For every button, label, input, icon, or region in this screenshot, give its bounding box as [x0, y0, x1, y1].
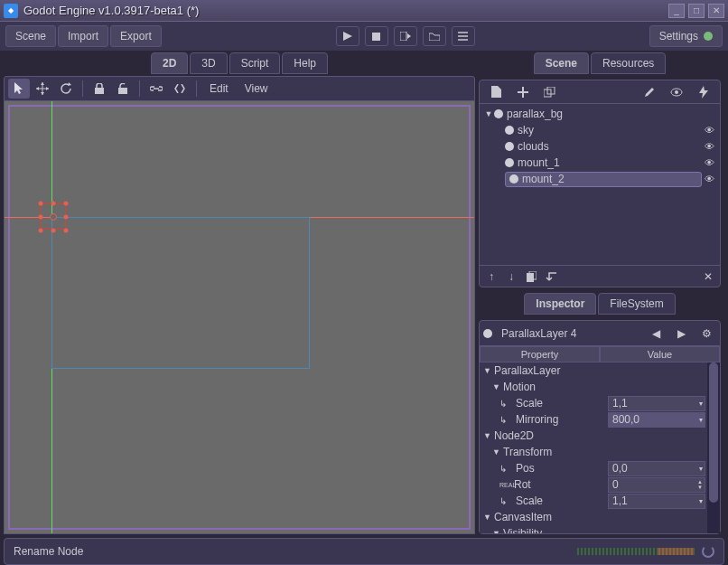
vector2-icon: ↳ — [499, 399, 512, 409]
visibility-icon[interactable]: 👁 — [702, 157, 716, 168]
selection-handle[interactable] — [51, 202, 56, 206]
minimize-button[interactable]: _ — [668, 4, 685, 18]
settings-button[interactable]: Settings — [649, 25, 723, 47]
visibility-icon[interactable]: 👁 — [702, 125, 716, 136]
svg-point-22 — [675, 90, 678, 94]
prop-scale2-value[interactable]: 1,1▾ — [608, 494, 705, 509]
stop-button[interactable] — [365, 26, 388, 46]
prop-rot-value[interactable]: 0▲▼ — [608, 477, 705, 493]
viewport-2d[interactable] — [4, 101, 475, 534]
node-label: mount_2 — [522, 173, 697, 185]
unlock-tool-icon[interactable] — [112, 79, 134, 99]
menu-scene[interactable]: Scene — [5, 25, 56, 47]
scene-tab-bar: Scene Resources — [479, 51, 721, 74]
duplicate-icon[interactable] — [525, 267, 537, 287]
dropdown-icon[interactable]: ▾ — [699, 497, 703, 505]
viewport-view-menu[interactable]: View — [238, 82, 275, 95]
add-node-icon[interactable] — [512, 82, 534, 102]
play-scene-button[interactable] — [394, 26, 417, 46]
delete-node-icon[interactable]: ✕ — [702, 267, 714, 287]
svg-marker-23 — [699, 86, 708, 99]
tree-node-root[interactable]: ▼ parallax_bg — [483, 106, 716, 122]
tree-node-selected[interactable]: mount_2 👁 — [483, 171, 716, 187]
edit-icon[interactable] — [639, 82, 660, 102]
vector2-icon: ↳ — [499, 496, 512, 506]
tree-node[interactable]: sky 👁 — [483, 122, 716, 138]
scrollbar-thumb[interactable] — [709, 363, 718, 503]
code-tool-icon[interactable] — [169, 79, 191, 99]
move-tool-icon[interactable] — [32, 79, 53, 99]
history-forward-icon[interactable]: ▶ — [671, 325, 691, 343]
tab-resources[interactable]: Resources — [591, 52, 666, 74]
spinner-icon[interactable]: ▲▼ — [697, 479, 703, 490]
new-node-icon[interactable] — [485, 82, 507, 102]
node-type-icon — [494, 109, 503, 118]
selection-handle[interactable] — [64, 229, 69, 233]
tab-help[interactable]: Help — [282, 52, 328, 74]
tab-scene[interactable]: Scene — [534, 52, 589, 74]
section-visibility[interactable]: ▼Visibility — [480, 525, 720, 533]
lock-tool-icon[interactable] — [89, 79, 110, 99]
menu-import[interactable]: Import — [58, 25, 108, 47]
expand-icon[interactable]: ▼ — [483, 109, 494, 118]
svg-rect-24 — [527, 273, 534, 282]
tab-inspector[interactable]: Inspector — [524, 293, 596, 315]
section-motion[interactable]: ▼Motion — [480, 379, 720, 395]
signals-icon[interactable] — [693, 82, 714, 102]
prop-scale-value[interactable]: 1,1▾ — [608, 396, 705, 411]
tree-node[interactable]: mount_1 👁 — [483, 155, 716, 171]
history-back-icon[interactable]: ◀ — [646, 325, 666, 343]
instance-icon[interactable] — [539, 82, 561, 102]
open-button[interactable] — [423, 26, 446, 46]
selection-pivot[interactable] — [50, 213, 57, 221]
close-button[interactable]: ✕ — [708, 4, 724, 18]
selection-handle[interactable] — [39, 202, 43, 206]
maximize-button[interactable]: □ — [688, 4, 705, 18]
selection-handle[interactable] — [39, 215, 43, 220]
reparent-icon[interactable] — [545, 267, 557, 287]
tab-script[interactable]: Script — [229, 52, 281, 74]
list-button[interactable] — [452, 26, 475, 46]
dropdown-icon[interactable]: ▾ — [699, 400, 703, 408]
link-tool-icon[interactable] — [145, 79, 167, 99]
node-type-icon — [483, 329, 492, 338]
vector2-icon: ↳ — [499, 464, 512, 474]
performance-meter — [577, 548, 695, 555]
col-value: Value — [600, 346, 720, 363]
viewport-edit-menu[interactable]: Edit — [202, 82, 236, 95]
node-type-icon — [505, 126, 514, 135]
play-button[interactable] — [336, 26, 359, 46]
section-transform[interactable]: ▼Transform — [480, 444, 720, 460]
move-up-icon[interactable]: ↑ — [485, 267, 498, 287]
visibility-icon[interactable]: 👁 — [702, 174, 716, 184]
visibility-toggle-icon[interactable] — [666, 82, 687, 102]
selection-handle[interactable] — [64, 215, 69, 220]
dropdown-icon[interactable]: ▾ — [699, 416, 703, 424]
select-tool-icon[interactable] — [8, 79, 30, 99]
tab-filesystem[interactable]: FileSystem — [598, 293, 675, 315]
rotate-tool-icon[interactable] — [55, 79, 77, 99]
vector2-icon: ↳ — [499, 415, 512, 425]
inspector-scrollbar[interactable] — [707, 363, 720, 533]
inspector-panel: ParallaxLayer 4 ◀ ▶ ⚙ Property Value ▼Pa… — [479, 320, 721, 534]
svg-marker-0 — [343, 32, 352, 41]
prop-mirroring-value[interactable]: 800,0▾ — [608, 412, 705, 428]
prop-pos-value[interactable]: 0,0▾ — [608, 461, 705, 476]
dropdown-icon[interactable]: ▾ — [699, 465, 703, 473]
selection-handle[interactable] — [51, 229, 56, 233]
selection-handle[interactable] — [64, 202, 69, 206]
visibility-icon[interactable]: 👁 — [702, 141, 716, 152]
move-down-icon[interactable]: ↓ — [505, 267, 518, 287]
section-parallaxlayer[interactable]: ▼ParallaxLayer — [480, 363, 720, 379]
scene-tree[interactable]: ▼ parallax_bg sky 👁 clo — [480, 104, 720, 265]
inspector-settings-icon[interactable]: ⚙ — [696, 325, 716, 343]
section-node2d[interactable]: ▼Node2D — [480, 428, 720, 444]
selection-handle[interactable] — [39, 229, 43, 233]
menu-export[interactable]: Export — [110, 25, 162, 47]
tab-2d[interactable]: 2D — [151, 52, 188, 74]
section-canvasitem[interactable]: ▼CanvasItem — [480, 509, 720, 525]
tab-3d[interactable]: 3D — [190, 52, 227, 74]
settings-status-dot — [704, 32, 713, 41]
tree-node[interactable]: clouds 👁 — [483, 138, 716, 155]
inspector-body[interactable]: ▼ParallaxLayer ▼Motion ↳Scale 1,1▾ ↳Mirr… — [480, 363, 720, 533]
